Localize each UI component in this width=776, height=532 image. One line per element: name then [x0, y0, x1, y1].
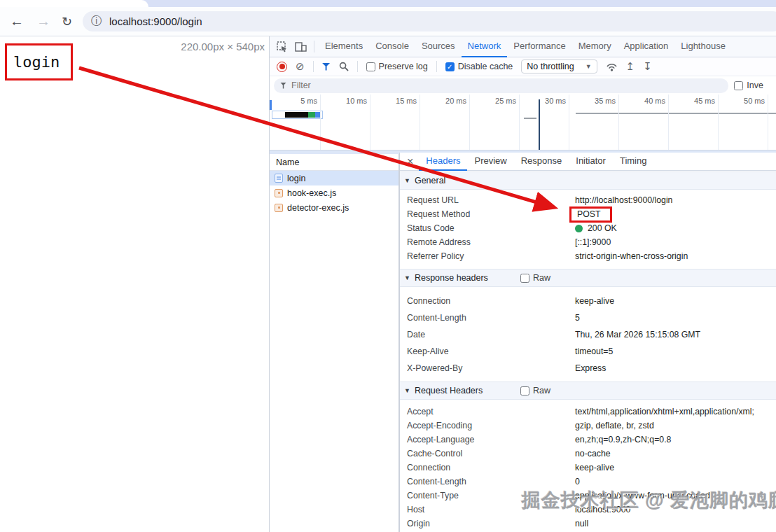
header-name: Accept-Encoding	[400, 421, 575, 430]
detail-tab-headers[interactable]: Headers	[419, 153, 467, 171]
header-name: X-Powered-By	[400, 363, 575, 373]
network-filter-row: Inve	[270, 76, 776, 94]
header-name: Remote Address	[400, 237, 575, 247]
waterfall-bar-main	[285, 112, 308, 118]
devtools-tab-memory[interactable]: Memory	[572, 36, 618, 57]
throttling-select[interactable]: No throttling ▼	[521, 59, 597, 74]
devtools-tab-network[interactable]: Network	[462, 36, 508, 57]
invert-label: Inve	[747, 80, 763, 90]
devtools-tab-sources[interactable]: Sources	[415, 36, 462, 57]
header-name: Connection	[400, 463, 575, 472]
url-bar[interactable]: ⓘ localhost:9000/login	[83, 11, 776, 31]
header-name: Cache-Control	[400, 449, 575, 458]
triangle-down-icon: ▼	[404, 387, 410, 394]
login-page-text: login	[13, 53, 60, 71]
detail-tab-initiator[interactable]: Initiator	[569, 153, 613, 171]
filter-icon[interactable]	[322, 63, 331, 71]
header-name: Date	[400, 330, 575, 340]
request-row-hook-exec-js[interactable]: hook-exec.js	[270, 186, 399, 200]
active-browser-tab[interactable]	[0, 0, 148, 7]
header-value: en,zh;q=0.9,zh-CN;q=0.8	[575, 435, 671, 444]
devtools-tab-console[interactable]: Console	[369, 36, 415, 57]
header-value: Express	[575, 363, 606, 373]
timeline-tick-label: 35 ms	[569, 97, 616, 105]
timeline-tick-label: 45 ms	[669, 97, 715, 105]
request-raw-checkbox[interactable]	[520, 386, 529, 396]
devtools-tab-performance[interactable]: Performance	[507, 36, 571, 57]
screen: ← → ↻ ⓘ localhost:9000/login 220.00px × …	[0, 0, 776, 532]
viewport-dimensions: 220.00px × 540px	[112, 41, 265, 52]
preserve-log-checkbox[interactable]	[366, 62, 375, 71]
filter-field[interactable]	[274, 78, 728, 93]
export-har-icon[interactable]: ↧	[643, 60, 652, 73]
reload-icon[interactable]: ↻	[62, 14, 72, 29]
header-row-x-powered-by: X-Powered-ByExpress	[400, 360, 776, 377]
header-row-date: DateThu, 26 Mar 2026 15:15:08 GMT	[400, 326, 776, 343]
header-row-connection: Connectionkeep-alive	[400, 461, 776, 475]
devtools-tab-lighthouse[interactable]: Lighthouse	[674, 36, 732, 57]
response-raw-checkbox[interactable]	[520, 274, 529, 283]
response-headers-section-header[interactable]: ▼ Response headers Raw	[400, 269, 776, 287]
status-dot-green	[575, 225, 583, 232]
request-raw-label: Raw	[533, 386, 550, 396]
network-overview-timeline[interactable]: 5 ms10 ms15 ms20 ms25 ms30 ms35 ms40 ms4…	[270, 94, 776, 150]
request-name: login	[287, 174, 305, 183]
header-name: Accept-Language	[400, 435, 575, 444]
forward-icon[interactable]: →	[36, 13, 50, 29]
request-headers-section-header[interactable]: ▼ Request Headers Raw	[400, 382, 776, 400]
header-value-wrap: 0	[575, 477, 580, 486]
triangle-down-icon: ▼	[404, 177, 410, 184]
header-value: keep-alive	[575, 463, 614, 472]
js-file-icon	[275, 189, 283, 197]
url-text[interactable]: localhost:9000/login	[109, 15, 202, 27]
header-name: Content-Length	[400, 313, 575, 323]
header-name: Status Code	[400, 223, 575, 233]
inspect-icon[interactable]	[277, 41, 288, 52]
header-value-wrap: [::1]:9000	[575, 237, 611, 247]
timeline-tick-label: 20 ms	[420, 97, 466, 105]
request-row-detector-exec-js[interactable]: detector-exec.js	[270, 200, 399, 215]
filter-input[interactable]	[291, 80, 684, 90]
invert-checkbox[interactable]	[734, 81, 743, 90]
header-value-wrap: application/x-www-form-urlencoded	[575, 491, 710, 500]
request-row-login[interactable]: login	[270, 171, 399, 186]
header-value: keep-alive	[575, 296, 614, 306]
header-value-wrap: en,zh;q=0.9,zh-CN;q=0.8	[575, 435, 671, 444]
header-row-accept: Accepttext/html,application/xhtml+xml,ap…	[400, 405, 776, 419]
header-row-connection: Connectionkeep-alive	[400, 293, 776, 309]
clear-icon[interactable]: ⊘	[296, 60, 305, 73]
close-icon[interactable]: ×	[407, 155, 413, 168]
network-conditions-icon[interactable]	[606, 61, 618, 72]
site-info-icon[interactable]: ⓘ	[91, 14, 102, 29]
waterfall-long-bar	[576, 113, 776, 114]
request-table-name-header[interactable]: Name	[270, 154, 399, 171]
detail-tab-response[interactable]: Response	[514, 153, 569, 171]
header-value: 5	[575, 313, 580, 323]
header-row-status-code: Status Code200 OK	[400, 221, 776, 235]
search-icon[interactable]	[339, 62, 349, 71]
disable-cache-checkbox[interactable]: ✓	[445, 62, 455, 71]
import-har-icon[interactable]: ↥	[626, 60, 635, 73]
header-value-wrap: keep-alive	[575, 296, 614, 306]
header-value-wrap: POST	[575, 206, 612, 223]
header-value-wrap: http://localhost:9000/login	[575, 195, 672, 205]
detail-tab-preview[interactable]: Preview	[467, 153, 513, 171]
back-icon[interactable]: ←	[10, 13, 24, 29]
timeline-tick-label: 15 ms	[370, 97, 417, 105]
header-row-content-length: Content-Length0	[400, 475, 776, 489]
device-toolbar-icon[interactable]	[295, 41, 307, 52]
header-row-remote-address: Remote Address[::1]:9000	[400, 235, 776, 249]
header-row-host: Hostlocalhost:9000	[400, 503, 776, 517]
header-name: Accept	[400, 407, 575, 416]
record-icon[interactable]	[277, 62, 287, 72]
login-annotation-box: login	[5, 43, 73, 80]
general-section-header[interactable]: ▼ General	[400, 172, 776, 190]
header-value: localhost:9000	[575, 505, 630, 514]
devtools-tab-elements[interactable]: Elements	[319, 36, 369, 57]
browser-tabstrip	[0, 0, 776, 7]
header-name: Connection	[400, 296, 575, 306]
header-value-wrap: 200 OK	[575, 223, 617, 233]
detail-tab-timing[interactable]: Timing	[613, 153, 654, 171]
devtools-tab-application[interactable]: Application	[618, 36, 675, 57]
header-name: Host	[400, 505, 575, 514]
